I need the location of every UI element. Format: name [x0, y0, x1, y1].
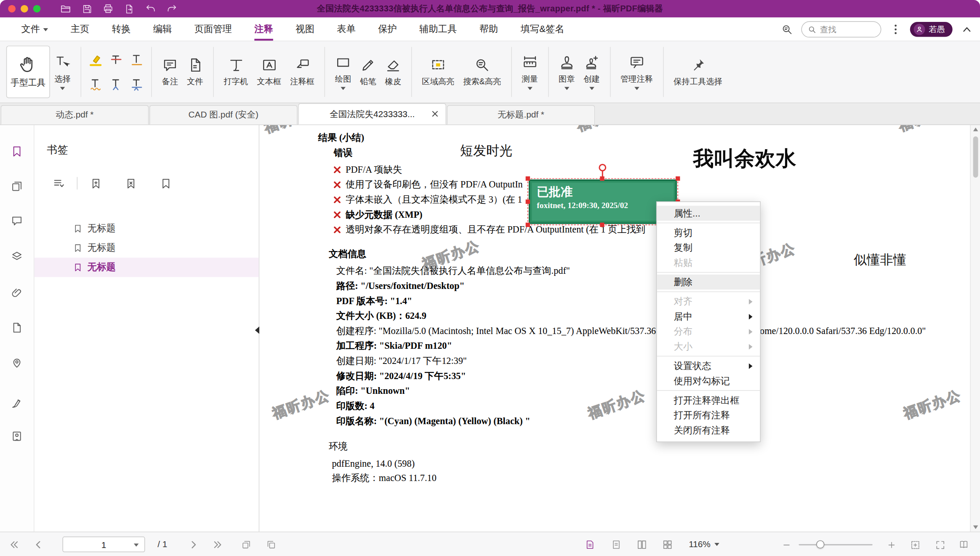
next-view-button[interactable]: [264, 537, 279, 552]
callout-tool-button[interactable]: 注释框: [286, 54, 319, 90]
previous-page-button[interactable]: [30, 537, 45, 552]
bookmark-item[interactable]: 无标题: [35, 219, 259, 238]
page-number-input[interactable]: 1: [62, 537, 145, 552]
chevron-down-icon[interactable]: [134, 543, 139, 546]
create-stamp-button[interactable]: 创建: [579, 51, 604, 92]
single-page-view-button[interactable]: [634, 537, 650, 552]
hand-tool-button[interactable]: 手型工具: [6, 45, 50, 98]
draw-tool-button[interactable]: 绘图: [330, 51, 355, 92]
add-bookmark-icon[interactable]: [88, 175, 104, 192]
typewriter-tool-button[interactable]: 打字机: [219, 54, 253, 90]
measure-tool-button[interactable]: 测量: [517, 51, 542, 92]
document-tab[interactable]: CAD 图.pdf (安全): [149, 105, 298, 124]
freetext-annotation[interactable]: 短发时光: [460, 142, 513, 160]
context-menu-item[interactable]: 复制: [657, 240, 760, 255]
context-menu-item[interactable]: 删除: [657, 275, 760, 290]
context-menu-item[interactable]: 属性...: [657, 206, 760, 221]
save-icon[interactable]: [81, 3, 93, 15]
manage-comments-button[interactable]: 管理注释: [616, 51, 657, 92]
signatures-panel-icon[interactable]: [11, 397, 24, 411]
redo-icon[interactable]: [165, 3, 178, 15]
certificates-panel-icon[interactable]: [11, 430, 24, 444]
facing-pages-view-button[interactable]: [660, 537, 675, 552]
context-menu-item[interactable]: 设置状态: [657, 358, 760, 374]
tab-close-icon[interactable]: [431, 110, 439, 118]
stamp-pin-handle[interactable]: [599, 164, 606, 171]
approved-stamp-annotation[interactable]: 已批准 foxitnet, 12:09:30, 2025/02: [529, 179, 677, 224]
document-tab[interactable]: 无标题.pdf *: [447, 105, 595, 124]
resize-handle[interactable]: [526, 200, 530, 204]
area-highlight-button[interactable]: 区域高亮: [418, 54, 459, 90]
collapse-panel-button[interactable]: [253, 322, 261, 339]
scroll-down-icon[interactable]: [973, 525, 978, 529]
textbox-tool-button[interactable]: 文本框: [253, 54, 286, 90]
zoom-slider[interactable]: [799, 544, 872, 545]
zoom-level-label[interactable]: 116%: [689, 539, 719, 549]
vertical-scrollbar[interactable]: [970, 125, 980, 532]
print-icon[interactable]: [102, 3, 115, 15]
search-replace-icon[interactable]: [780, 22, 794, 36]
document-tab[interactable]: 动态.pdf *: [0, 105, 149, 124]
context-menu-item[interactable]: 剪切: [657, 225, 760, 240]
insert-text-icon[interactable]: [107, 73, 125, 95]
bookmark-item[interactable]: 无标题: [35, 258, 259, 277]
zoom-slider-knob[interactable]: [816, 540, 824, 548]
layers-panel-icon[interactable]: [11, 250, 24, 264]
expand-bookmarks-icon[interactable]: [157, 175, 174, 192]
file-attachment-button[interactable]: 文件: [183, 54, 208, 90]
menu-item[interactable]: 转换: [112, 18, 131, 41]
bookmarks-panel-icon[interactable]: [11, 145, 24, 159]
search-highlight-button[interactable]: 搜索&高亮: [459, 54, 506, 90]
comments-panel-icon[interactable]: [11, 214, 24, 228]
freetext-annotation[interactable]: 我叫余欢水: [693, 145, 796, 173]
last-page-button[interactable]: [210, 537, 225, 552]
user-account-button[interactable]: 若愚: [910, 22, 953, 37]
zoom-in-button[interactable]: [884, 537, 899, 552]
context-menu-item[interactable]: 打开注释弹出框: [657, 393, 760, 408]
menu-item[interactable]: 表单: [337, 18, 356, 41]
more-options-icon[interactable]: [889, 22, 903, 36]
export-icon[interactable]: [123, 3, 136, 15]
open-file-icon[interactable]: [59, 3, 72, 15]
resize-handle[interactable]: [600, 223, 604, 227]
menu-item[interactable]: 保护: [378, 18, 397, 41]
context-menu-item[interactable]: 对齐: [657, 294, 760, 309]
resize-handle[interactable]: [600, 176, 604, 181]
menu-item[interactable]: 主页: [71, 18, 90, 41]
actual-size-view-button[interactable]: [583, 537, 598, 552]
context-menu-item[interactable]: 居中: [657, 309, 760, 324]
search-input[interactable]: [820, 25, 870, 34]
first-page-button[interactable]: [6, 537, 21, 552]
scroll-up-icon[interactable]: [973, 128, 978, 131]
fit-visible-button[interactable]: [908, 537, 923, 552]
destinations-panel-icon[interactable]: [11, 356, 24, 370]
delete-bookmark-icon[interactable]: [122, 175, 139, 192]
undo-icon[interactable]: [144, 3, 157, 15]
fit-page-view-button[interactable]: [609, 537, 624, 552]
next-page-button[interactable]: [186, 537, 201, 552]
menu-item[interactable]: 视图: [296, 18, 314, 41]
fullscreen-button[interactable]: [932, 537, 948, 552]
menu-item[interactable]: 文件: [21, 18, 48, 41]
attachments-panel-icon[interactable]: [11, 286, 24, 300]
context-menu-item[interactable]: 关闭所有注释: [657, 423, 760, 438]
context-menu-item[interactable]: 使用对勾标记: [657, 373, 760, 388]
keep-tool-selected-button[interactable]: 保持工具选择: [669, 54, 727, 90]
select-tool-button[interactable]: 选择: [50, 51, 75, 92]
context-menu-item[interactable]: 粘贴: [657, 255, 760, 270]
resize-handle[interactable]: [526, 176, 530, 181]
note-tool-button[interactable]: 备注: [157, 54, 182, 90]
menu-item[interactable]: 辅助工具: [419, 18, 457, 41]
eraser-tool-button[interactable]: 橡皮: [381, 54, 405, 90]
document-tab[interactable]: 全国法院失4233333...: [298, 103, 446, 124]
search-box[interactable]: [801, 21, 881, 37]
menu-item[interactable]: 编辑: [153, 18, 172, 41]
reading-mode-button[interactable]: [956, 537, 972, 552]
highlight-text-icon[interactable]: [87, 48, 104, 71]
pencil-tool-button[interactable]: 铅笔: [356, 54, 381, 90]
bookmark-item[interactable]: 无标题: [35, 238, 259, 258]
page-thumbnails-icon[interactable]: [11, 180, 24, 194]
resize-handle[interactable]: [676, 176, 680, 181]
previous-view-button[interactable]: [239, 537, 254, 552]
collapse-ribbon-icon[interactable]: [960, 22, 974, 36]
